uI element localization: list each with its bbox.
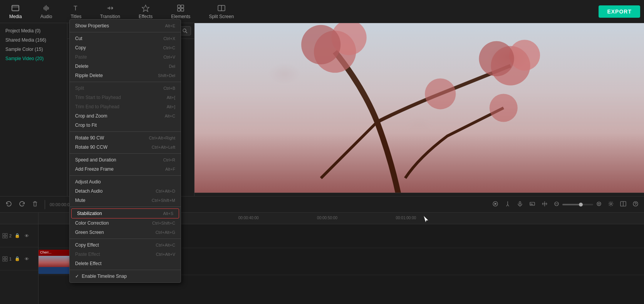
svg-rect-6	[181, 8, 184, 11]
menu-rotate-ccw[interactable]: Rotate 90 CCW Ctrl+Alt+Left	[70, 143, 181, 152]
menu-crop-fit[interactable]: Crop to Fit	[70, 121, 181, 130]
zoom-fill	[562, 204, 581, 205]
tab-elements[interactable]: Elements	[166, 2, 196, 22]
svg-rect-43	[5, 233, 7, 235]
settings-button[interactable]	[606, 200, 615, 209]
svg-marker-2	[142, 5, 149, 12]
zoom-thumb[interactable]	[579, 203, 583, 207]
ruler-corner	[0, 213, 38, 224]
svg-point-38	[610, 203, 612, 205]
video-clip-cherry[interactable]: Cherr...	[39, 250, 73, 269]
menu-ripple-delete[interactable]: Ripple Delete Shift+Del	[70, 71, 181, 80]
menu-copy[interactable]: Copy Ctrl+C	[70, 43, 181, 52]
svg-rect-47	[5, 257, 7, 259]
menu-crop-zoom[interactable]: Crop and Zoom Alt+C	[70, 111, 181, 121]
timeline-time-section: 00:00:00:00	[50, 202, 72, 207]
timeline-play-button[interactable]	[491, 200, 500, 209]
tab-effects[interactable]: Effects	[133, 2, 158, 22]
context-menu: Show Properties Alt+E Cut Ctrl+X Copy Ct…	[69, 19, 181, 283]
menu-green-screen[interactable]: Green Screen Ctrl+Alt+G	[70, 228, 181, 237]
menu-adjust-audio[interactable]: Adjust Audio	[70, 177, 181, 186]
sidebar-item-sample-video[interactable]: Sample Video (20)	[0, 54, 67, 63]
zoom-slider[interactable]	[562, 204, 593, 205]
svg-rect-45	[5, 236, 7, 238]
svg-rect-5	[178, 8, 180, 11]
menu-trim-end: Trim End to Playhead Alt+]	[70, 102, 181, 111]
menu-show-properties[interactable]: Show Properties Alt+E	[70, 21, 181, 30]
toolbar-divider	[45, 200, 45, 209]
clip-label: Cherr...	[39, 250, 73, 255]
svg-rect-4	[181, 5, 184, 8]
menu-detach-audio[interactable]: Detach Audio Ctrl+Alt+D	[70, 186, 181, 196]
main-area: Project Media (0) Shared Media (166) Sam…	[0, 23, 644, 219]
svg-rect-46	[3, 257, 5, 259]
tab-transition[interactable]: Transition	[95, 2, 126, 22]
menu-trim-start: Trim Start to Playhead Alt+[	[70, 93, 181, 102]
scale-button[interactable]	[540, 200, 549, 209]
split-view-button[interactable]	[619, 200, 628, 209]
menu-separator-8	[70, 270, 181, 270]
track-header-1: 1 🔒 👁	[0, 247, 38, 270]
tab-split-screen[interactable]: Split Screen	[203, 2, 239, 22]
sidebar-item-sample-color[interactable]: Sample Color (15)	[0, 45, 67, 54]
menu-delete[interactable]: Delete Del	[70, 62, 181, 71]
track-number-2: 2	[9, 233, 12, 238]
svg-point-41	[636, 205, 636, 205]
microphone-button[interactable]	[515, 200, 525, 209]
ruler-time-3: 00:00:40:00	[238, 216, 259, 220]
svg-point-20	[301, 25, 340, 64]
menu-split: Split Ctrl+B	[70, 84, 181, 93]
redo-button[interactable]	[17, 200, 27, 209]
menu-copy-effect[interactable]: Copy Effect Ctrl+Alt+C	[70, 240, 181, 250]
tab-titles[interactable]: T Titles	[65, 2, 87, 22]
zoom-out-button[interactable]	[552, 200, 561, 208]
audio-clip[interactable]	[39, 267, 73, 274]
track-headers: 2 🔒 👁 1 🔒 👁	[0, 213, 39, 304]
track-lock-2[interactable]: 🔒	[13, 232, 22, 239]
track-eye-2[interactable]: 👁	[23, 233, 30, 239]
undo-button[interactable]	[4, 200, 14, 209]
menu-cut[interactable]: Cut Ctrl+X	[70, 34, 181, 43]
menu-separator-1	[70, 32, 181, 32]
menu-separator-6	[70, 207, 181, 207]
timeline-right-tools	[491, 200, 640, 209]
menu-stabilization[interactable]: Stabilization Alt+S	[71, 208, 179, 218]
search-icon	[182, 28, 188, 34]
menu-separator-4	[70, 153, 181, 154]
sidebar-item-shared-media[interactable]: Shared Media (166)	[0, 35, 67, 45]
svg-point-25	[490, 94, 518, 122]
sidebar-item-project-media[interactable]: Project Media (0)	[0, 26, 67, 35]
menu-rotate-cw[interactable]: Rotate 90 CW Ctrl+Alt+Right	[70, 133, 181, 143]
svg-rect-3	[178, 5, 180, 8]
svg-text:T: T	[74, 5, 77, 12]
tab-media[interactable]: Media	[4, 2, 27, 22]
svg-marker-33	[495, 203, 497, 205]
export-button[interactable]: EXPORT	[599, 5, 640, 18]
marker-button[interactable]	[503, 200, 512, 209]
track-header-2: 2 🔒 👁	[0, 224, 38, 247]
video-preview: ◀ ▶ ■ ⟨ ⟩ 00:00:00:00	[195, 23, 644, 219]
menu-enable-snap[interactable]: ✓ Enable Timeline Snap	[70, 272, 181, 281]
track-grid-icon	[2, 233, 8, 238]
svg-rect-42	[3, 233, 5, 235]
preview-frame	[195, 23, 644, 193]
delete-clip-button[interactable]	[30, 200, 40, 209]
menu-separator-7	[70, 238, 181, 239]
caption-button[interactable]	[528, 200, 537, 209]
tab-audio[interactable]: Audio	[35, 2, 58, 22]
track-eye-1[interactable]: 👁	[23, 256, 30, 262]
help-button[interactable]	[631, 200, 640, 209]
left-panel: Project Media (0) Shared Media (166) Sam…	[0, 23, 67, 219]
menu-color-correction[interactable]: Color Correction Ctrl+Shift+C	[70, 218, 181, 228]
menu-speed-duration[interactable]: Speed and Duration Ctrl+R	[70, 155, 181, 165]
menu-mute[interactable]: Mute Ctrl+Shift+M	[70, 196, 181, 205]
menu-delete-effect[interactable]: Delete Effect	[70, 259, 181, 268]
svg-rect-0	[12, 5, 19, 11]
zoom-control	[552, 200, 603, 208]
menu-separator-5	[70, 175, 181, 176]
menu-paste-effect: Paste Effect Ctrl+Alt+V	[70, 250, 181, 259]
svg-rect-34	[519, 202, 521, 204]
menu-freeze-frame[interactable]: Add Freeze Frame Alt+F	[70, 165, 181, 174]
zoom-in-button[interactable]	[595, 200, 603, 208]
track-lock-1[interactable]: 🔒	[13, 255, 22, 262]
